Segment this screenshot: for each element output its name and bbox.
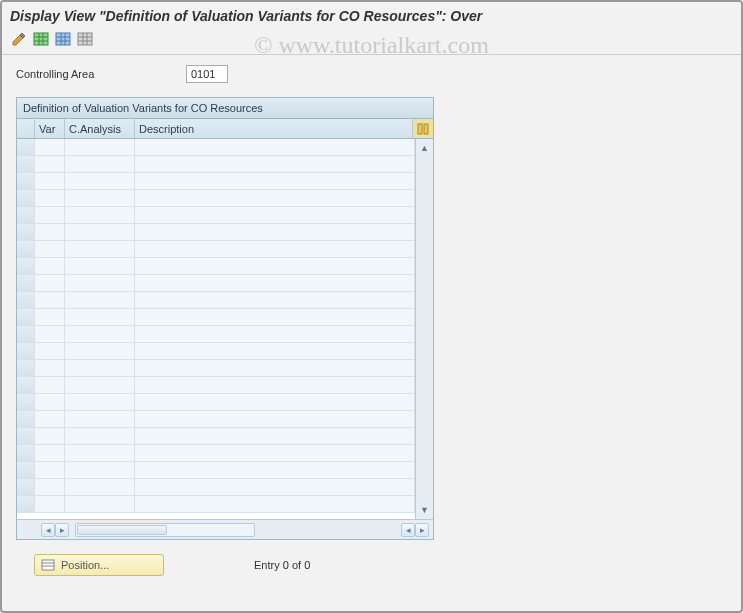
cell-var[interactable] [35, 207, 65, 223]
table-row[interactable] [17, 156, 415, 173]
cell-canalysis[interactable] [65, 224, 135, 240]
hscroll-thumb[interactable] [77, 525, 167, 535]
cell-var[interactable] [35, 377, 65, 393]
scroll-left-icon[interactable]: ▸ [55, 523, 69, 537]
cell-description[interactable] [135, 326, 415, 342]
cell-var[interactable] [35, 479, 65, 495]
cell-description[interactable] [135, 343, 415, 359]
row-selector[interactable] [17, 156, 35, 172]
cell-var[interactable] [35, 292, 65, 308]
row-selector[interactable] [17, 309, 35, 325]
cell-canalysis[interactable] [65, 207, 135, 223]
scroll-last-icon[interactable]: ▸ [415, 523, 429, 537]
table-row[interactable] [17, 224, 415, 241]
table-row[interactable] [17, 462, 415, 479]
table-row[interactable] [17, 343, 415, 360]
cell-var[interactable] [35, 275, 65, 291]
cell-canalysis[interactable] [65, 309, 135, 325]
cell-description[interactable] [135, 360, 415, 376]
row-selector[interactable] [17, 292, 35, 308]
table-green-icon[interactable] [32, 30, 50, 48]
cell-canalysis[interactable] [65, 411, 135, 427]
row-selector[interactable] [17, 445, 35, 461]
table-row[interactable] [17, 411, 415, 428]
cell-description[interactable] [135, 190, 415, 206]
row-selector[interactable] [17, 275, 35, 291]
cell-canalysis[interactable] [65, 360, 135, 376]
cell-canalysis[interactable] [65, 258, 135, 274]
edit-icon[interactable] [10, 30, 28, 48]
cell-var[interactable] [35, 224, 65, 240]
cell-canalysis[interactable] [65, 394, 135, 410]
table-row[interactable] [17, 207, 415, 224]
cell-var[interactable] [35, 190, 65, 206]
table-row[interactable] [17, 241, 415, 258]
column-config-icon[interactable] [413, 119, 433, 138]
row-selector[interactable] [17, 326, 35, 342]
row-selector[interactable] [17, 241, 35, 257]
table-row[interactable] [17, 428, 415, 445]
cell-var[interactable] [35, 326, 65, 342]
controlling-area-value[interactable]: 0101 [186, 65, 228, 83]
hscroll-track[interactable] [75, 523, 255, 537]
row-selector[interactable] [17, 139, 35, 155]
cell-canalysis[interactable] [65, 479, 135, 495]
row-selector[interactable] [17, 462, 35, 478]
table-row[interactable] [17, 377, 415, 394]
col-canalysis[interactable]: C.Analysis [65, 119, 135, 138]
vertical-scrollbar[interactable]: ▲ ▼ [415, 139, 433, 519]
cell-description[interactable] [135, 173, 415, 189]
cell-description[interactable] [135, 479, 415, 495]
col-var[interactable]: Var [35, 119, 65, 138]
cell-description[interactable] [135, 496, 415, 512]
cell-canalysis[interactable] [65, 326, 135, 342]
cell-canalysis[interactable] [65, 428, 135, 444]
table-row[interactable] [17, 292, 415, 309]
row-selector[interactable] [17, 207, 35, 223]
cell-canalysis[interactable] [65, 445, 135, 461]
cell-canalysis[interactable] [65, 190, 135, 206]
scroll-up-icon[interactable]: ▲ [418, 141, 432, 155]
scroll-right-icon[interactable]: ◂ [401, 523, 415, 537]
cell-var[interactable] [35, 258, 65, 274]
row-selector[interactable] [17, 479, 35, 495]
row-selector[interactable] [17, 224, 35, 240]
cell-var[interactable] [35, 394, 65, 410]
cell-var[interactable] [35, 241, 65, 257]
cell-canalysis[interactable] [65, 343, 135, 359]
cell-var[interactable] [35, 496, 65, 512]
scroll-first-icon[interactable]: ◂ [41, 523, 55, 537]
cell-canalysis[interactable] [65, 377, 135, 393]
cell-description[interactable] [135, 156, 415, 172]
row-selector[interactable] [17, 496, 35, 512]
cell-canalysis[interactable] [65, 275, 135, 291]
table-row[interactable] [17, 173, 415, 190]
cell-var[interactable] [35, 445, 65, 461]
cell-description[interactable] [135, 207, 415, 223]
row-selector[interactable] [17, 428, 35, 444]
row-selector[interactable] [17, 258, 35, 274]
select-all-header[interactable] [17, 119, 35, 138]
row-selector[interactable] [17, 394, 35, 410]
cell-var[interactable] [35, 360, 65, 376]
table-row[interactable] [17, 139, 415, 156]
cell-canalysis[interactable] [65, 241, 135, 257]
cell-var[interactable] [35, 411, 65, 427]
cell-description[interactable] [135, 428, 415, 444]
cell-description[interactable] [135, 394, 415, 410]
row-selector[interactable] [17, 360, 35, 376]
table-gray-icon[interactable] [76, 30, 94, 48]
table-row[interactable] [17, 394, 415, 411]
cell-description[interactable] [135, 292, 415, 308]
cell-description[interactable] [135, 462, 415, 478]
table-row[interactable] [17, 258, 415, 275]
table-blue-icon[interactable] [54, 30, 72, 48]
row-selector[interactable] [17, 377, 35, 393]
cell-description[interactable] [135, 224, 415, 240]
table-row[interactable] [17, 360, 415, 377]
table-row[interactable] [17, 496, 415, 513]
scroll-down-icon[interactable]: ▼ [418, 503, 432, 517]
cell-canalysis[interactable] [65, 496, 135, 512]
cell-description[interactable] [135, 241, 415, 257]
position-button[interactable]: Position... [34, 554, 164, 576]
